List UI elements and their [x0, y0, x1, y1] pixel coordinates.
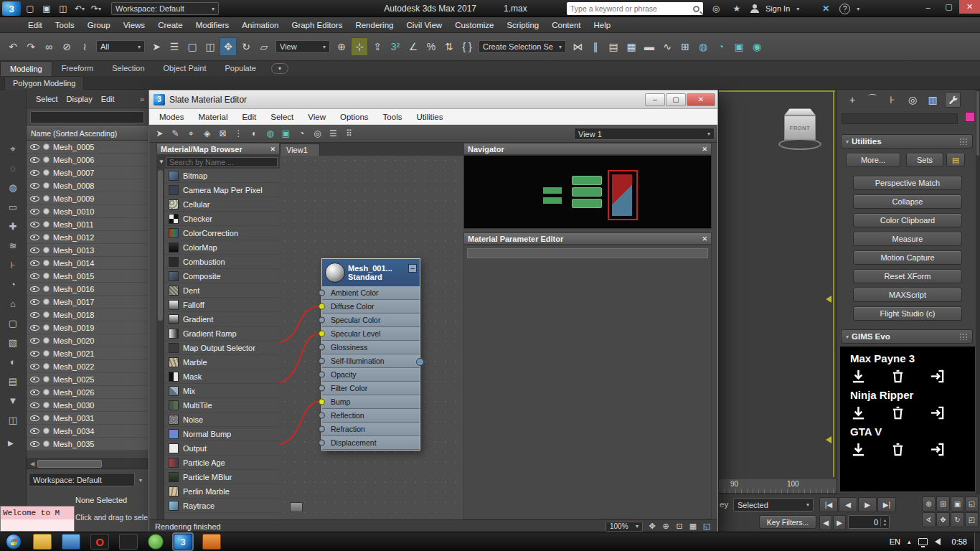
percent-snap-icon[interactable]: %	[423, 37, 440, 56]
menu-item[interactable]: Modifiers	[189, 21, 236, 29]
explorer-row[interactable]: Mesh_0008	[27, 179, 148, 192]
display-frozen-icon[interactable]: ▧	[4, 334, 22, 352]
download-icon[interactable]	[850, 368, 867, 385]
node-graph[interactable]: Mesh_001... – Standard Amb	[280, 156, 463, 519]
current-frame-field[interactable]: 0 ▴▾	[848, 515, 890, 529]
browser-item[interactable]: Mask	[164, 369, 280, 384]
ribbon-tab[interactable]: Populate	[215, 61, 265, 76]
display-hidden-icon[interactable]: ◐	[4, 353, 22, 371]
slate-menu-item[interactable]: Select	[263, 113, 301, 121]
clock[interactable]: 0:58	[952, 537, 967, 546]
workspace-caret-icon[interactable]: ▾	[139, 477, 142, 484]
new-file-icon[interactable]: ▢	[23, 2, 37, 15]
explorer-row[interactable]: Mesh_0010	[27, 205, 148, 218]
select-and-rotate-icon[interactable]: ↻	[237, 37, 255, 56]
export-icon[interactable]	[929, 368, 946, 385]
visibility-eye-icon[interactable]	[30, 220, 39, 229]
browser-item[interactable]: Normal Bump	[164, 427, 280, 441]
explorer-search-field[interactable]	[30, 111, 144, 123]
browser-item[interactable]: Map Output Selector	[164, 341, 280, 355]
named-sets-icon-button[interactable]: ▤	[946, 153, 965, 167]
selectable-dot-icon[interactable]	[43, 208, 50, 215]
slot-socket-icon[interactable]	[319, 426, 325, 433]
browser-scroll-thumb[interactable]	[158, 170, 163, 321]
named-selection-sets-icon[interactable]: { }	[458, 37, 476, 56]
selectable-dot-icon[interactable]	[43, 311, 50, 318]
select-by-material-icon[interactable]: ◎	[310, 126, 325, 141]
browser-item[interactable]: Falloff	[164, 298, 280, 312]
visibility-eye-icon[interactable]	[30, 362, 39, 371]
favorites-star-icon[interactable]: ★	[730, 2, 744, 15]
explorer-row[interactable]: Mesh_0006	[27, 154, 148, 166]
browser-item[interactable]: ColorCorrection	[164, 226, 280, 240]
toggle-layer-explorer-icon[interactable]: ▦	[623, 37, 640, 56]
ribbon-tab[interactable]: Object Paint	[154, 61, 216, 76]
visibility-eye-icon[interactable]	[30, 142, 39, 151]
network-tray-icon[interactable]	[918, 538, 928, 545]
explorer-row[interactable]: Mesh_0007	[27, 166, 148, 179]
create-selection-set-dropdown[interactable]: Create Selection Se▾	[479, 40, 566, 53]
slot-socket-icon[interactable]	[319, 317, 325, 324]
utility-button[interactable]: Perspective Match	[853, 176, 962, 190]
minimize-button[interactable]: –	[918, 0, 938, 14]
slate-minimize-button[interactable]: –	[645, 93, 665, 106]
visibility-eye-icon[interactable]	[30, 349, 39, 358]
previous-frame-icon[interactable]: ◀	[839, 497, 857, 512]
explorer-row[interactable]: Mesh_0021	[27, 347, 148, 360]
display-particles-icon[interactable]: ◔	[4, 276, 22, 293]
slot-socket-icon[interactable]	[319, 331, 325, 337]
visibility-eye-icon[interactable]	[30, 387, 39, 397]
track-bar[interactable]: 90 100	[718, 478, 837, 494]
utilities-rollout-header[interactable]: ▾Utilities	[841, 134, 973, 149]
redo-icon[interactable]: ↷▾	[89, 2, 103, 15]
close-button[interactable]: ✕	[959, 0, 980, 14]
display-selection-filter-icon[interactable]: ▼	[4, 392, 22, 410]
explorer-row[interactable]: Mesh_0016	[27, 283, 148, 296]
bind-to-space-warp-icon[interactable]: ≀	[76, 37, 93, 56]
explorer-row[interactable]: Mesh_0017	[27, 296, 148, 309]
undo-icon[interactable]: ↶▾	[72, 2, 87, 15]
language-indicator[interactable]: EN	[890, 537, 900, 546]
close-panel-icon[interactable]: ✕	[702, 146, 707, 153]
layout-children-icon[interactable]: ⠿	[341, 126, 357, 141]
show-realistic-material-icon[interactable]: ▣	[278, 126, 293, 141]
rendered-frame-window-icon[interactable]: ▣	[730, 37, 748, 56]
menu-item[interactable]: Scripting	[500, 21, 545, 29]
explorer-row[interactable]: Mesh_0013	[27, 244, 148, 257]
opera-taskbar-icon[interactable]: O	[90, 534, 109, 550]
visibility-eye-icon[interactable]	[30, 168, 39, 177]
window-crossing-icon[interactable]: ◫	[202, 37, 219, 56]
explorer-row[interactable]: Mesh_0012	[27, 231, 148, 244]
pan-hand-icon[interactable]: ✥	[936, 512, 950, 527]
explorer-row[interactable]: Mesh_0009	[27, 192, 148, 205]
display-biped-icon[interactable]: ⌂	[4, 295, 22, 313]
node-slot[interactable]: Diffuse Color	[322, 300, 420, 314]
use-pivot-point-center-icon[interactable]: ⊕	[333, 37, 350, 56]
slate-menu-item[interactable]: Edit	[235, 113, 263, 121]
browser-item[interactable]: Composite	[164, 269, 280, 283]
maximize-button[interactable]: ▢	[938, 0, 959, 14]
selectable-dot-icon[interactable]	[43, 298, 50, 305]
close-panel-icon[interactable]: ✕	[270, 146, 275, 153]
slot-socket-icon[interactable]	[319, 440, 325, 446]
pan-view-icon[interactable]: ✥	[646, 521, 659, 532]
navigator-view-frame[interactable]	[608, 170, 638, 220]
slot-socket-icon[interactable]	[319, 399, 325, 405]
browser-item[interactable]: Checker	[164, 212, 280, 226]
slate-menu-item[interactable]: Material	[192, 113, 235, 121]
selectable-dot-icon[interactable]	[43, 221, 50, 227]
save-file-icon[interactable]: ◫	[56, 2, 70, 15]
rectangular-selection-region-icon[interactable]: ▢	[184, 37, 201, 56]
explorer-menu-item[interactable]: Edit	[98, 95, 118, 103]
menu-item[interactable]: Animation	[235, 21, 285, 29]
go-to-end-icon[interactable]: ▶|	[877, 497, 896, 512]
pick-material-from-object-icon[interactable]: ✎	[168, 126, 183, 141]
node-slot[interactable]: Specular Level	[322, 327, 420, 341]
keyboard-shortcut-override-icon[interactable]: ⇪	[369, 37, 386, 56]
node-output-socket[interactable]	[416, 358, 424, 366]
zoom-extents-icon[interactable]: ▣	[951, 496, 964, 512]
menu-item[interactable]: Civil View	[400, 21, 448, 29]
material-editor-icon[interactable]: ◍	[694, 37, 712, 56]
visibility-eye-icon[interactable]	[30, 284, 39, 293]
browser-options-icon[interactable]: ▼	[159, 159, 164, 165]
